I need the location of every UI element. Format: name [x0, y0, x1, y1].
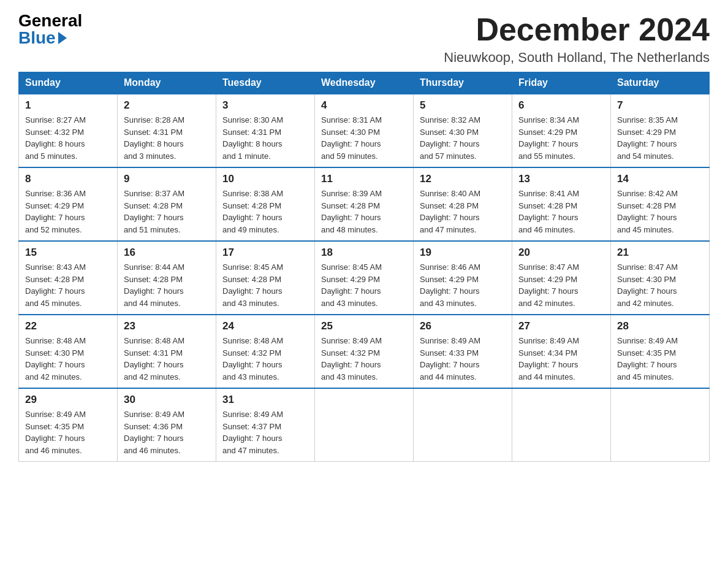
day-info: Sunrise: 8:45 AMSunset: 4:28 PMDaylight:… — [222, 261, 308, 309]
logo-general-text: General — [18, 12, 82, 29]
day-number: 13 — [518, 173, 604, 185]
day-number: 18 — [321, 247, 407, 259]
calendar-cell: 13 Sunrise: 8:41 AMSunset: 4:28 PMDaylig… — [512, 167, 611, 241]
calendar-cell: 4 Sunrise: 8:31 AMSunset: 4:30 PMDayligh… — [315, 94, 414, 167]
calendar-cell: 8 Sunrise: 8:36 AMSunset: 4:29 PMDayligh… — [19, 167, 118, 241]
day-number: 4 — [321, 99, 407, 112]
day-number: 6 — [518, 99, 604, 112]
day-number: 29 — [25, 394, 111, 406]
day-info: Sunrise: 8:35 AMSunset: 4:29 PMDaylight:… — [617, 114, 703, 162]
calendar-cell: 10 Sunrise: 8:38 AMSunset: 4:28 PMDaylig… — [216, 167, 315, 241]
calendar-cell: 31 Sunrise: 8:49 AMSunset: 4:37 PMDaylig… — [216, 388, 315, 462]
calendar-cell: 2 Sunrise: 8:28 AMSunset: 4:31 PMDayligh… — [118, 94, 216, 167]
day-number: 30 — [124, 394, 210, 406]
day-info: Sunrise: 8:42 AMSunset: 4:28 PMDaylight:… — [617, 188, 703, 236]
day-number: 1 — [25, 99, 111, 112]
calendar-cell — [414, 388, 512, 462]
day-info: Sunrise: 8:46 AMSunset: 4:29 PMDaylight:… — [420, 261, 506, 309]
day-info: Sunrise: 8:47 AMSunset: 4:30 PMDaylight:… — [617, 261, 703, 309]
month-title: December 2024 — [444, 12, 710, 47]
day-number: 5 — [420, 99, 506, 112]
day-number: 10 — [222, 173, 308, 185]
logo-blue-text: Blue — [18, 29, 67, 47]
day-info: Sunrise: 8:30 AMSunset: 4:31 PMDaylight:… — [222, 114, 308, 162]
calendar-header-row: SundayMondayTuesdayWednesdayThursdayFrid… — [19, 72, 710, 94]
calendar-week-row: 15 Sunrise: 8:43 AMSunset: 4:28 PMDaylig… — [19, 241, 710, 315]
day-number: 26 — [420, 320, 506, 332]
day-number: 8 — [25, 173, 111, 185]
day-number: 3 — [222, 99, 308, 112]
day-number: 14 — [617, 173, 703, 185]
calendar-cell — [315, 388, 414, 462]
day-number: 25 — [321, 320, 407, 332]
day-info: Sunrise: 8:49 AMSunset: 4:36 PMDaylight:… — [124, 408, 210, 456]
calendar-cell: 18 Sunrise: 8:45 AMSunset: 4:29 PMDaylig… — [315, 241, 414, 315]
header-friday: Friday — [512, 72, 611, 94]
day-number: 31 — [222, 394, 308, 406]
calendar-cell: 30 Sunrise: 8:49 AMSunset: 4:36 PMDaylig… — [118, 388, 216, 462]
day-info: Sunrise: 8:34 AMSunset: 4:29 PMDaylight:… — [518, 114, 604, 162]
calendar-cell: 22 Sunrise: 8:48 AMSunset: 4:30 PMDaylig… — [19, 315, 118, 388]
header-saturday: Saturday — [611, 72, 710, 94]
calendar-cell: 24 Sunrise: 8:48 AMSunset: 4:32 PMDaylig… — [216, 315, 315, 388]
calendar-cell: 21 Sunrise: 8:47 AMSunset: 4:30 PMDaylig… — [611, 241, 710, 315]
calendar-cell: 14 Sunrise: 8:42 AMSunset: 4:28 PMDaylig… — [611, 167, 710, 241]
day-info: Sunrise: 8:48 AMSunset: 4:32 PMDaylight:… — [222, 335, 308, 383]
calendar-cell: 12 Sunrise: 8:40 AMSunset: 4:28 PMDaylig… — [414, 167, 512, 241]
calendar-cell: 17 Sunrise: 8:45 AMSunset: 4:28 PMDaylig… — [216, 241, 315, 315]
header-monday: Monday — [118, 72, 216, 94]
page-header: General Blue December 2024 Nieuwkoop, So… — [18, 12, 710, 66]
calendar-cell: 19 Sunrise: 8:46 AMSunset: 4:29 PMDaylig… — [414, 241, 512, 315]
day-info: Sunrise: 8:27 AMSunset: 4:32 PMDaylight:… — [25, 114, 111, 162]
calendar-cell: 16 Sunrise: 8:44 AMSunset: 4:28 PMDaylig… — [118, 241, 216, 315]
day-info: Sunrise: 8:32 AMSunset: 4:30 PMDaylight:… — [420, 114, 506, 162]
day-info: Sunrise: 8:31 AMSunset: 4:30 PMDaylight:… — [321, 114, 407, 162]
header-tuesday: Tuesday — [216, 72, 315, 94]
day-info: Sunrise: 8:49 AMSunset: 4:35 PMDaylight:… — [617, 335, 703, 383]
calendar-cell: 26 Sunrise: 8:49 AMSunset: 4:33 PMDaylig… — [414, 315, 512, 388]
day-info: Sunrise: 8:49 AMSunset: 4:37 PMDaylight:… — [222, 408, 308, 456]
calendar-week-row: 22 Sunrise: 8:48 AMSunset: 4:30 PMDaylig… — [19, 315, 710, 388]
calendar-cell — [512, 388, 611, 462]
day-number: 23 — [124, 320, 210, 332]
day-info: Sunrise: 8:48 AMSunset: 4:31 PMDaylight:… — [124, 335, 210, 383]
day-info: Sunrise: 8:47 AMSunset: 4:29 PMDaylight:… — [518, 261, 604, 309]
day-number: 27 — [518, 320, 604, 332]
day-number: 15 — [25, 247, 111, 259]
calendar-week-row: 8 Sunrise: 8:36 AMSunset: 4:29 PMDayligh… — [19, 167, 710, 241]
calendar-cell: 9 Sunrise: 8:37 AMSunset: 4:28 PMDayligh… — [118, 167, 216, 241]
header-wednesday: Wednesday — [315, 72, 414, 94]
day-info: Sunrise: 8:49 AMSunset: 4:33 PMDaylight:… — [420, 335, 506, 383]
day-info: Sunrise: 8:44 AMSunset: 4:28 PMDaylight:… — [124, 261, 210, 309]
calendar-cell: 5 Sunrise: 8:32 AMSunset: 4:30 PMDayligh… — [414, 94, 512, 167]
day-info: Sunrise: 8:37 AMSunset: 4:28 PMDaylight:… — [124, 188, 210, 236]
day-number: 9 — [124, 173, 210, 185]
day-number: 28 — [617, 320, 703, 332]
day-info: Sunrise: 8:36 AMSunset: 4:29 PMDaylight:… — [25, 188, 111, 236]
logo: General Blue — [18, 12, 82, 47]
calendar-cell — [611, 388, 710, 462]
day-info: Sunrise: 8:49 AMSunset: 4:35 PMDaylight:… — [25, 408, 111, 456]
calendar-cell: 25 Sunrise: 8:49 AMSunset: 4:32 PMDaylig… — [315, 315, 414, 388]
day-number: 21 — [617, 247, 703, 259]
calendar-cell: 1 Sunrise: 8:27 AMSunset: 4:32 PMDayligh… — [19, 94, 118, 167]
calendar-week-row: 1 Sunrise: 8:27 AMSunset: 4:32 PMDayligh… — [19, 94, 710, 167]
day-number: 2 — [124, 99, 210, 112]
calendar-cell: 29 Sunrise: 8:49 AMSunset: 4:35 PMDaylig… — [19, 388, 118, 462]
day-info: Sunrise: 8:40 AMSunset: 4:28 PMDaylight:… — [420, 188, 506, 236]
day-number: 24 — [222, 320, 308, 332]
day-info: Sunrise: 8:39 AMSunset: 4:28 PMDaylight:… — [321, 188, 407, 236]
day-info: Sunrise: 8:48 AMSunset: 4:30 PMDaylight:… — [25, 335, 111, 383]
logo-triangle-icon — [58, 32, 67, 44]
location-title: Nieuwkoop, South Holland, The Netherland… — [444, 50, 710, 66]
day-number: 11 — [321, 173, 407, 185]
day-info: Sunrise: 8:49 AMSunset: 4:34 PMDaylight:… — [518, 335, 604, 383]
day-number: 7 — [617, 99, 703, 112]
day-number: 12 — [420, 173, 506, 185]
day-info: Sunrise: 8:41 AMSunset: 4:28 PMDaylight:… — [518, 188, 604, 236]
day-info: Sunrise: 8:38 AMSunset: 4:28 PMDaylight:… — [222, 188, 308, 236]
header-thursday: Thursday — [414, 72, 512, 94]
calendar-week-row: 29 Sunrise: 8:49 AMSunset: 4:35 PMDaylig… — [19, 388, 710, 462]
calendar-cell: 23 Sunrise: 8:48 AMSunset: 4:31 PMDaylig… — [118, 315, 216, 388]
calendar-cell: 6 Sunrise: 8:34 AMSunset: 4:29 PMDayligh… — [512, 94, 611, 167]
